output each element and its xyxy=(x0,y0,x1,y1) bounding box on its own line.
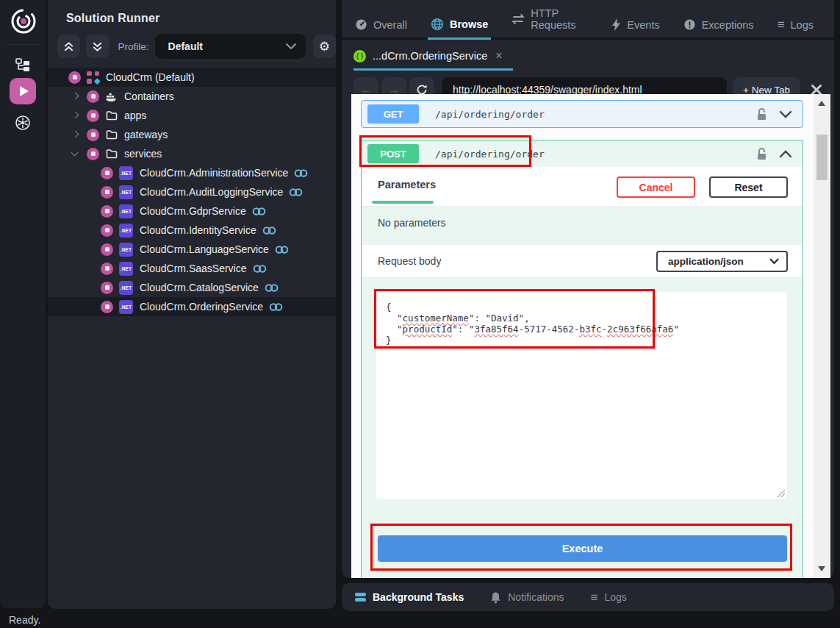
profile-select-value: Default xyxy=(168,40,285,52)
lightning-icon xyxy=(611,18,621,31)
status-icon xyxy=(87,90,99,103)
bottom-bar: Background TasksNotifications≡Logs xyxy=(342,583,834,611)
status-icon xyxy=(87,129,99,141)
content-type-select[interactable]: application/json xyxy=(656,251,788,272)
cancel-button[interactable]: Cancel xyxy=(617,176,695,198)
tree-item-label: services xyxy=(124,148,162,160)
parameters-header: Parameters Cancel Reset xyxy=(362,167,803,207)
tree-item-cloudcrm-saasservice[interactable]: .NETCloudCrm.SaasService xyxy=(48,259,336,278)
chevron-down-icon[interactable] xyxy=(70,149,80,159)
close-icon[interactable]: × xyxy=(495,49,502,63)
chevron-up-icon[interactable] xyxy=(779,150,792,158)
tab-http-requests[interactable]: HTTP Requests xyxy=(509,7,591,40)
get-opblock[interactable]: GET /api/ordering/order xyxy=(361,100,803,128)
collapse-all-button[interactable] xyxy=(57,35,80,58)
endpoint-link-icon[interactable] xyxy=(262,226,276,235)
expand-all-button[interactable] xyxy=(86,35,109,58)
dotnet-icon: .NET xyxy=(119,224,133,238)
main-tab-bar: OverallBrowseHTTP RequestsEventsExceptio… xyxy=(342,0,834,40)
solution-icon xyxy=(87,71,99,84)
endpoint-link-icon[interactable] xyxy=(294,168,308,178)
tree-item-apps[interactable]: apps xyxy=(48,106,336,125)
chevron-down-icon xyxy=(769,258,779,265)
tree-item-cloudcrm-administrationservice[interactable]: .NETCloudCrm.AdministrationService xyxy=(48,163,336,182)
parameters-title: Parameters xyxy=(378,179,436,190)
execute-button[interactable]: Execute xyxy=(378,535,787,562)
solution-tree: CloudCrm (Default)Containersappsgateways… xyxy=(48,68,336,316)
endpoint-link-icon[interactable] xyxy=(252,207,266,216)
unlock-icon[interactable] xyxy=(756,107,767,121)
kubernetes-icon[interactable] xyxy=(0,115,46,131)
app-logo-icon[interactable] xyxy=(10,7,37,35)
tree-item-cloudcrm-languageservice[interactable]: .NETCloudCrm.LanguageService xyxy=(48,240,336,259)
notifications-button[interactable]: Notifications xyxy=(490,591,564,604)
bottom-bar-label: Notifications xyxy=(508,591,564,603)
status-text: Ready. xyxy=(9,614,40,626)
unlock-icon[interactable] xyxy=(756,147,767,161)
chevron-right-icon[interactable] xyxy=(70,110,80,121)
scroll-down-icon[interactable] xyxy=(818,566,825,571)
endpoint-link-icon[interactable] xyxy=(269,302,283,312)
gauge-icon xyxy=(355,18,367,31)
tree-item-gateways[interactable]: gateways xyxy=(48,125,336,144)
chevron-down-icon[interactable] xyxy=(779,110,792,118)
bottom-bar-label: Background Tasks xyxy=(373,591,464,603)
background-tasks-button[interactable]: Background Tasks xyxy=(355,591,464,603)
status-icon xyxy=(101,167,113,179)
tree-item-label: CloudCrm (Default) xyxy=(106,71,195,83)
status-icon xyxy=(101,282,113,294)
lines-icon: ≡ xyxy=(778,18,785,31)
tree-item-services[interactable]: services xyxy=(48,144,336,163)
tree-item-label: gateways xyxy=(124,129,168,140)
post-method-badge[interactable]: POST xyxy=(367,144,419,163)
hierarchy-view-icon[interactable] xyxy=(0,57,46,72)
reset-button[interactable]: Reset xyxy=(709,176,788,198)
tree-item-cloudcrm-default[interactable]: CloudCrm (Default) xyxy=(48,68,336,87)
status-icon xyxy=(101,243,113,256)
scrollbar-thumb[interactable] xyxy=(816,135,828,180)
tab-label: Exceptions xyxy=(702,19,754,31)
swagger-frame: GET /api/ordering/order POST /api/orderi… xyxy=(351,94,830,578)
scroll-up-icon[interactable] xyxy=(818,101,825,106)
arrows-icon xyxy=(511,14,525,24)
tree-item-containers[interactable]: Containers xyxy=(48,87,336,106)
chevron-right-icon[interactable] xyxy=(70,91,80,101)
run-button[interactable] xyxy=(10,78,36,104)
settings-button[interactable]: ⚙ xyxy=(313,35,336,58)
get-method-badge[interactable]: GET xyxy=(367,104,419,124)
resize-handle[interactable] xyxy=(778,490,785,497)
profile-select[interactable]: Default xyxy=(155,34,306,59)
endpoint-link-icon[interactable] xyxy=(265,283,279,293)
browser-tab-orderingservice[interactable]: { } ...dCrm.OrderingService × xyxy=(353,46,513,71)
endpoint-link-icon[interactable] xyxy=(253,264,267,274)
tree-item-cloudcrm-catalogservice[interactable]: .NETCloudCrm.CatalogService xyxy=(48,278,336,297)
content-type-value: application/json xyxy=(668,256,769,267)
tree-item-cloudcrm-gdprservice[interactable]: .NETCloudCrm.GdprService xyxy=(48,201,336,221)
tree-item-cloudcrm-identityservice[interactable]: .NETCloudCrm.IdentityService xyxy=(48,221,336,240)
status-icon xyxy=(87,148,99,160)
swagger-scrollbar[interactable] xyxy=(814,94,830,578)
status-icon xyxy=(101,186,113,199)
request-body-header: Request body application/json xyxy=(362,245,803,278)
tab-label: Overall xyxy=(373,19,407,31)
post-opblock-header[interactable]: POST /api/ordering/order xyxy=(362,140,803,167)
endpoint-link-icon[interactable] xyxy=(275,245,289,254)
logs-button[interactable]: ≡Logs xyxy=(591,591,627,604)
tree-item-cloudcrm-orderingservice[interactable]: .NETCloudCrm.OrderingService xyxy=(48,297,336,316)
dotnet-icon: .NET xyxy=(119,166,133,180)
tab-events[interactable]: Events xyxy=(609,18,662,40)
tab-exceptions[interactable]: Exceptions xyxy=(681,18,757,40)
bottom-bar-label: Logs xyxy=(604,591,626,603)
folder-icon xyxy=(105,129,118,140)
tab-browse[interactable]: Browse xyxy=(428,18,491,40)
tree-item-cloudcrm-auditloggingservice[interactable]: .NETCloudCrm.AuditLoggingService xyxy=(48,182,336,201)
request-body-editor[interactable]: { "customerName": "David", "productId": … xyxy=(376,292,787,499)
chevron-right-icon[interactable] xyxy=(70,129,80,140)
endpoint-link-icon[interactable] xyxy=(289,188,303,197)
dotnet-icon: .NET xyxy=(119,185,133,199)
tab-overall[interactable]: Overall xyxy=(352,18,410,40)
chevron-down-icon xyxy=(285,43,297,50)
dotnet-icon: .NET xyxy=(119,243,133,257)
globe-icon xyxy=(431,18,444,31)
tab-logs[interactable]: ≡Logs xyxy=(775,18,816,40)
